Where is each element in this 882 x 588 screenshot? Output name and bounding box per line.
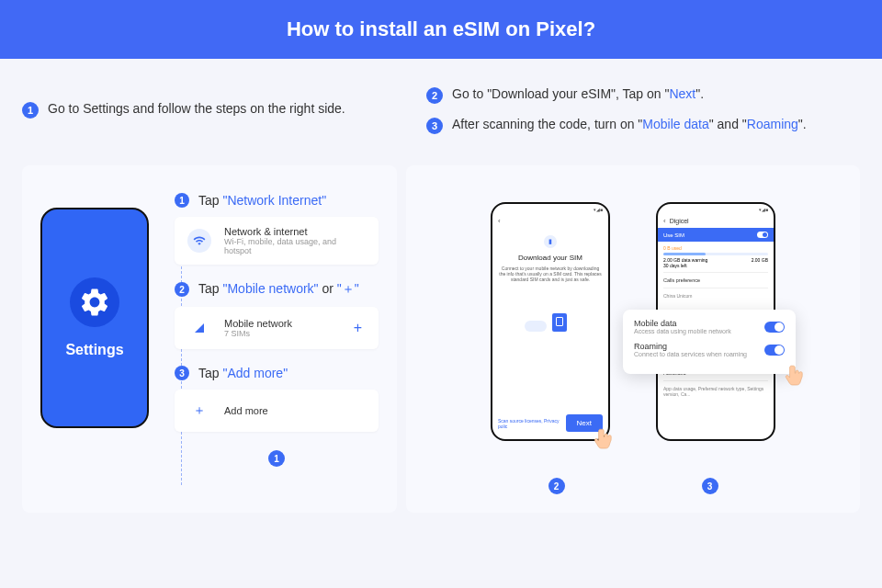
roaming-row: Roaming Connect to data services when ro…: [634, 342, 785, 357]
plus-icon: ＋: [187, 399, 211, 423]
settings-icon-circle: [70, 277, 119, 327]
roaming-sub: Connect to data services when roaming: [634, 351, 747, 357]
panel-left: Settings 1 Tap "Network Internet" Networ…: [22, 165, 397, 513]
screenshot-badge-1: 1: [268, 450, 285, 467]
substep-label: Tap "Add more": [198, 366, 288, 380]
panel-right: ⠀▾◢■ ‹ ▮ Download your SIM Connect to yo…: [406, 165, 860, 513]
mobile-data-row: Mobile data Access data using mobile net…: [634, 319, 785, 334]
signal-icon: [187, 316, 211, 340]
roaming-label: Roaming: [634, 342, 747, 351]
card-subtitle: Wi-Fi, mobile, data usage, and hotspot: [224, 237, 366, 255]
plus-icon[interactable]: +: [350, 320, 366, 336]
substep-number: 2: [175, 282, 189, 297]
roaming-toggle[interactable]: [764, 345, 785, 356]
setting-value: China Unicom: [663, 288, 768, 303]
substep-1: 1 Tap "Network Internet" Network & inter…: [175, 193, 379, 265]
instruction-text: Go to Settings and follow the steps on t…: [48, 101, 345, 116]
step-number-badge: 3: [426, 118, 443, 134]
mobile-data-sub: Access data using mobile network: [634, 328, 731, 334]
back-icon: ‹: [498, 217, 501, 225]
step-number-badge: 2: [426, 87, 443, 104]
data-usage-block: 0 B used 2.00 GB data warning2.00 GB 30 …: [658, 242, 774, 272]
card-title: Mobile network: [224, 318, 337, 329]
substep-label: Tap "Network Internet": [198, 193, 326, 208]
substep-2: 2 Tap "Mobile network" or "＋" Mobile net…: [175, 281, 379, 349]
instruction-1: 1 Go to Settings and follow the steps on…: [22, 101, 390, 119]
add-more-card[interactable]: ＋ Add more: [175, 390, 379, 432]
footer-links: Scan source licenses, Privacy polic: [498, 418, 566, 429]
screenshot-badge-2: 2: [548, 478, 565, 494]
card-subtitle: 7 SIMs: [224, 329, 337, 338]
use-sim-toggle[interactable]: [757, 232, 768, 238]
carrier-title: Digicel: [670, 218, 689, 224]
wifi-icon: [187, 229, 211, 253]
mobile-data-toggle[interactable]: [764, 322, 785, 333]
instruction-text: Go to "Download your eSIM", Tap on "Next…: [452, 86, 704, 101]
hand-pointer-icon: [783, 363, 808, 392]
toggles-overlay: Mobile data Access data using mobile net…: [623, 310, 796, 374]
use-sim-row[interactable]: Use SIM: [658, 228, 774, 242]
step-number-badge: 1: [22, 102, 39, 119]
gear-icon: [78, 286, 111, 319]
download-sim-heading: Download your SIM: [498, 254, 603, 262]
mobile-data-label: Mobile data: [634, 319, 731, 328]
substep-number: 1: [175, 193, 189, 208]
download-sim-screenshot: ⠀▾◢■ ‹ ▮ Download your SIM Connect to yo…: [491, 202, 610, 441]
card-title: Network & internet: [224, 226, 366, 237]
card-title: Add more: [224, 405, 366, 416]
substep-number: 3: [175, 366, 189, 380]
instruction-3: 3 After scanning the code, turn on "Mobi…: [426, 117, 860, 134]
instruction-2: 2 Go to "Download your eSIM", Tap on "Ne…: [426, 86, 860, 104]
screenshot-badge-3: 3: [702, 478, 718, 494]
sim-icon: ▮: [548, 238, 552, 245]
hand-pointer-icon: [592, 426, 617, 456]
digicel-settings-screenshot: ⠀▾◢■ ‹Digicel Use SIM 0 B used 2.00 GB d…: [656, 202, 775, 441]
settings-phone-mock: Settings: [40, 208, 149, 428]
instruction-text: After scanning the code, turn on "Mobile…: [452, 117, 807, 131]
substep-3: 3 Tap "Add more" ＋ Add more: [175, 366, 379, 432]
back-icon: ‹: [663, 217, 666, 225]
setting-row: Calls preference: [663, 272, 768, 288]
download-sim-description: Connect to your mobile network by downlo…: [498, 266, 603, 282]
instructions-row: 1 Go to Settings and follow the steps on…: [0, 59, 882, 165]
page-title: How to install an eSIM on Pixel?: [287, 17, 595, 41]
mobile-network-card[interactable]: Mobile network 7 SIMs +: [175, 307, 379, 349]
settings-label: Settings: [65, 342, 123, 358]
setting-value: App data usage, Preferred network type, …: [663, 380, 768, 401]
network-internet-card[interactable]: Network & internet Wi-Fi, mobile, data u…: [175, 217, 379, 265]
sim-illustration: [523, 304, 578, 348]
substep-label: Tap "Mobile network" or "＋": [198, 281, 359, 298]
header-banner: How to install an eSIM on Pixel?: [0, 0, 882, 59]
